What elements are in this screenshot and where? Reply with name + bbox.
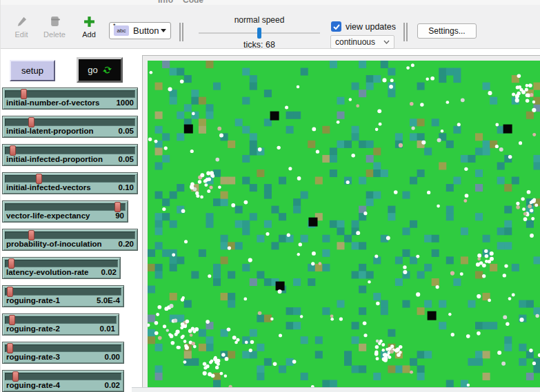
slider-value: 0.05: [119, 127, 134, 135]
slider-label: vector-life-expectancy: [6, 212, 90, 220]
slider-handle[interactable]: [10, 145, 16, 156]
slider-handle[interactable]: [8, 258, 14, 269]
slider-handle[interactable]: [28, 117, 34, 127]
slider-value: 90: [115, 212, 124, 220]
eraser-icon: [39, 14, 70, 29]
slider-groove: [5, 231, 135, 239]
update-mode-value: continuous: [335, 37, 383, 47]
slider-label: initial-latent-proportion: [6, 127, 93, 135]
slider-label: roguing-rate-2: [6, 324, 60, 333]
setup-button[interactable]: setup: [10, 60, 55, 81]
pencil-icon: [6, 14, 37, 29]
nl-slider[interactable]: initial-latent-proportion 0.05: [2, 116, 138, 138]
slider-groove: [5, 118, 135, 126]
slider-label: roguing-rate-4: [6, 381, 60, 389]
widget-type-dropdown[interactable]: * abc Button: [109, 22, 171, 39]
slider-value: 5.0E-4: [97, 296, 120, 305]
go-button[interactable]: go: [77, 57, 123, 83]
ticks-counter: ticks: 68: [199, 40, 320, 50]
slider-handle[interactable]: [7, 343, 13, 353]
view-updates-label: view updates: [346, 22, 396, 32]
delete-button[interactable]: Delete: [39, 14, 70, 39]
nl-slider[interactable]: roguing-rate-3 0.00: [2, 342, 124, 364]
slider-value: 0.00: [105, 353, 120, 361]
slider-value: 0.01: [100, 324, 115, 333]
slider-groove: [5, 260, 118, 267]
slider-groove: [5, 373, 121, 380]
slider-label: roguing-rate-3: [6, 353, 60, 361]
plus-icon: [74, 14, 104, 29]
delete-label: Delete: [39, 30, 70, 39]
slider-label: roguing-rate-1: [6, 296, 60, 305]
nl-slider[interactable]: initial-infected-vectors 0.10: [2, 172, 138, 194]
toolbar: Edit Delete Add * abc Button normal spee…: [1, 5, 540, 49]
slider-label: latency-evolution-rate: [6, 268, 89, 276]
slider-value: 0.02: [105, 381, 120, 389]
edit-button[interactable]: Edit: [6, 14, 37, 39]
nl-slider[interactable]: initial-number-of-vectors 1000: [2, 87, 138, 110]
slider-label: initial-number-of-vectors: [6, 99, 99, 107]
speed-label: normal speed: [199, 15, 320, 25]
button-widget-icon: * abc: [114, 25, 129, 36]
add-button[interactable]: Add: [74, 14, 104, 39]
widget-type-label: Button: [133, 25, 161, 36]
world-view: [142, 55, 540, 388]
slider-groove: [5, 203, 126, 211]
update-mode-dropdown[interactable]: continuous: [330, 35, 394, 49]
forever-icon: [103, 65, 112, 74]
view-updates-checkbox[interactable]: [331, 21, 341, 32]
chevron-down-icon: [383, 40, 390, 44]
settings-button[interactable]: Settings...: [417, 23, 477, 39]
nl-slider[interactable]: vector-life-expectancy 90: [2, 200, 128, 223]
slider-label: initial-infected-vectors: [6, 183, 91, 192]
nl-slider[interactable]: initial-infected-proportion 0.05: [2, 144, 138, 166]
slider-value: 1000: [116, 99, 134, 107]
chevron-down-icon: [161, 29, 166, 32]
slider-handle[interactable]: [114, 202, 121, 212]
add-label: Add: [74, 30, 104, 39]
check-icon: [333, 24, 340, 30]
go-label: go: [88, 65, 97, 75]
nl-slider[interactable]: probability-of-inoculation 0.20: [2, 229, 138, 251]
slider-value: 0.02: [101, 268, 117, 276]
slider-value: 0.20: [119, 240, 134, 248]
slider-handle[interactable]: [7, 287, 13, 297]
tab-code[interactable]: Code: [183, 0, 203, 5]
slider-groove: [5, 344, 121, 352]
slider-groove: [5, 316, 117, 324]
slider-handle[interactable]: [36, 174, 42, 184]
nl-slider[interactable]: roguing-rate-4 0.02: [2, 370, 124, 392]
slider-value: 0.10: [119, 183, 134, 192]
toolbar-separator: [179, 23, 184, 41]
slider-column: initial-number-of-vectors 1000 initial-l…: [2, 87, 138, 392]
slider-value: 0.05: [119, 155, 134, 163]
slider-handle[interactable]: [12, 371, 19, 382]
slider-handle[interactable]: [21, 89, 27, 99]
tab-info[interactable]: Info: [158, 0, 173, 5]
slider-groove: [5, 147, 135, 154]
slider-groove: [5, 288, 121, 296]
slider-label: initial-infected-proportion: [6, 155, 103, 163]
slider-groove: [5, 175, 135, 183]
tab-strip: Info Code: [1, 0, 540, 5]
world-canvas: [148, 61, 540, 387]
nl-slider[interactable]: latency-evolution-rate 0.02: [2, 257, 121, 279]
toolbar-separator: [403, 23, 408, 41]
slider-handle[interactable]: [28, 230, 34, 240]
slider-handle[interactable]: [9, 315, 15, 325]
netlogo-window: Info Code Edit Delete Add * abc: [0, 0, 540, 392]
bottom-strip: [132, 387, 540, 392]
nl-slider[interactable]: roguing-rate-1 5.0E-4: [2, 285, 124, 307]
speed-slider-thumb[interactable]: [257, 28, 261, 39]
edit-label: Edit: [6, 30, 37, 39]
slider-label: probability-of-inoculation: [6, 240, 102, 248]
nl-slider[interactable]: roguing-rate-2 0.01: [2, 313, 119, 336]
